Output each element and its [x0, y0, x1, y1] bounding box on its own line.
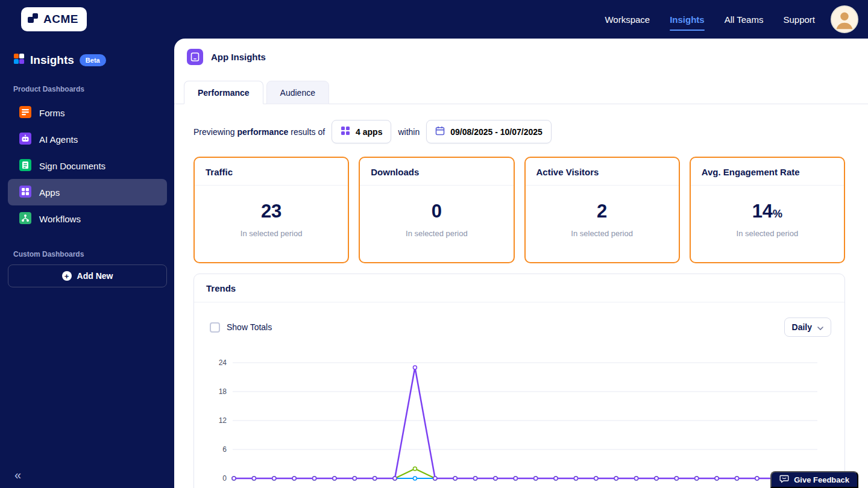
acme-logo-text: ACME [43, 13, 78, 26]
trends-title: Trends [194, 274, 844, 302]
filter-description: Previewing performance results of [193, 127, 325, 137]
interval-value: Daily [792, 322, 812, 332]
sidebar-item-label: Workflows [39, 214, 81, 224]
date-range-button[interactable]: 09/08/2025 - 10/07/2025 [426, 120, 552, 143]
beta-badge: Beta [80, 54, 106, 66]
sidebar-item-label: AI Agents [39, 134, 78, 145]
date-range-label: 09/08/2025 - 10/07/2025 [450, 127, 542, 137]
svg-text:18: 18 [219, 387, 227, 396]
sidebar-item-sign-documents[interactable]: Sign Documents [8, 152, 167, 179]
show-totals-control: Show Totals [210, 322, 272, 333]
top-nav: Workspace Insights All Teams Support [605, 14, 815, 25]
stat-value: 2 [526, 201, 679, 222]
apps-grid-icon [19, 186, 31, 199]
apps-grid-small-icon [341, 126, 350, 137]
section-product-dashboards: Product Dashboards [13, 85, 167, 93]
sidebar-item-forms[interactable]: Forms [8, 99, 167, 126]
within-label: within [398, 127, 420, 137]
sidebar-item-label: Apps [39, 187, 60, 198]
acme-logo[interactable]: ACME [21, 7, 87, 31]
stat-title: Downloads [360, 158, 513, 186]
stat-value: 14% [691, 201, 844, 222]
stat-caption: In selected period [195, 229, 348, 238]
stat-card-engagement-rate: Avg. Engagement Rate 14% In selected per… [690, 157, 845, 263]
svg-text:12: 12 [219, 416, 227, 425]
svg-text:24: 24 [219, 358, 227, 367]
nav-insights[interactable]: Insights [670, 14, 705, 25]
stat-caption: In selected period [526, 229, 679, 238]
show-totals-label: Show Totals [227, 322, 272, 332]
tab-performance[interactable]: Performance [184, 81, 263, 104]
apps-selector-label: 4 apps [356, 127, 382, 137]
sidebar-item-workflows[interactable]: Workflows [8, 205, 167, 232]
person-icon [832, 6, 857, 33]
forms-icon [19, 106, 31, 120]
workflow-icon [19, 212, 31, 226]
stats-row: Traffic 23 In selected period Downloads … [174, 143, 868, 263]
app-header: App Insights [174, 39, 868, 65]
svg-text:0: 0 [222, 474, 227, 483]
chevron-down-icon [817, 322, 823, 332]
stat-title: Traffic [195, 158, 348, 186]
stat-value: 0 [360, 201, 513, 222]
add-new-button[interactable]: + Add New [8, 264, 167, 287]
app-insights-icon [187, 49, 203, 65]
avatar[interactable] [831, 5, 858, 33]
sidebar-item-apps[interactable]: Apps [8, 179, 167, 205]
nav-support[interactable]: Support [783, 14, 815, 25]
interval-select[interactable]: Daily [784, 318, 831, 337]
trends-card: Trends Show Totals Daily 06121824 [193, 274, 845, 488]
nav-workspace[interactable]: Workspace [605, 14, 650, 25]
tabs-bar: Performance Audience [174, 81, 868, 104]
tab-audience[interactable]: Audience [266, 81, 329, 104]
sidebar-title: Insights [30, 54, 74, 67]
sidebar-header: Insights Beta [8, 53, 167, 67]
stat-card-downloads: Downloads 0 In selected period [359, 157, 514, 263]
stat-value: 23 [195, 201, 348, 222]
insights-logo-icon [13, 53, 25, 67]
stat-card-traffic: Traffic 23 In selected period [193, 157, 349, 263]
feedback-label: Give Feedback [794, 475, 849, 484]
sidebar-menu: Forms AI Agents Sign Documents Apps Work… [8, 99, 167, 232]
stat-card-active-visitors: Active Visitors 2 In selected period [524, 157, 680, 263]
acme-logo-icon [27, 12, 39, 27]
trends-chart: 06121824 [210, 357, 837, 487]
filter-row: Previewing performance results of 4 apps… [174, 104, 868, 143]
stat-caption: In selected period [360, 229, 513, 238]
svg-text:6: 6 [222, 445, 227, 454]
section-custom-dashboards: Custom Dashboards [13, 250, 167, 258]
sidebar-item-label: Forms [39, 108, 65, 118]
main-content: App Insights Performance Audience Previe… [174, 39, 868, 488]
trends-controls: Show Totals Daily [194, 302, 844, 337]
feedback-bubble-icon [779, 475, 789, 485]
nav-all-teams[interactable]: All Teams [725, 14, 764, 25]
robot-icon [19, 133, 31, 146]
stat-title: Avg. Engagement Rate [691, 158, 844, 186]
stat-title: Active Visitors [526, 158, 679, 186]
show-totals-checkbox[interactable] [210, 322, 220, 333]
give-feedback-button[interactable]: Give Feedback [770, 471, 858, 488]
stat-caption: In selected period [691, 229, 844, 238]
page-title: App Insights [211, 52, 266, 62]
plus-icon: + [62, 271, 72, 281]
trends-chart-area: 06121824 [210, 357, 844, 488]
topbar: ACME Workspace Insights All Teams Suppor… [0, 0, 868, 39]
calendar-icon [435, 126, 445, 137]
collapse-sidebar-icon[interactable]: « [14, 468, 21, 482]
sidebar-item-ai-agents[interactable]: AI Agents [8, 126, 167, 152]
apps-selector-button[interactable]: 4 apps [332, 120, 391, 143]
sidebar-item-label: Sign Documents [39, 161, 105, 171]
sign-document-icon [19, 159, 31, 173]
add-new-label: Add New [77, 271, 113, 281]
sidebar: Insights Beta Product Dashboards Forms A… [0, 39, 174, 488]
